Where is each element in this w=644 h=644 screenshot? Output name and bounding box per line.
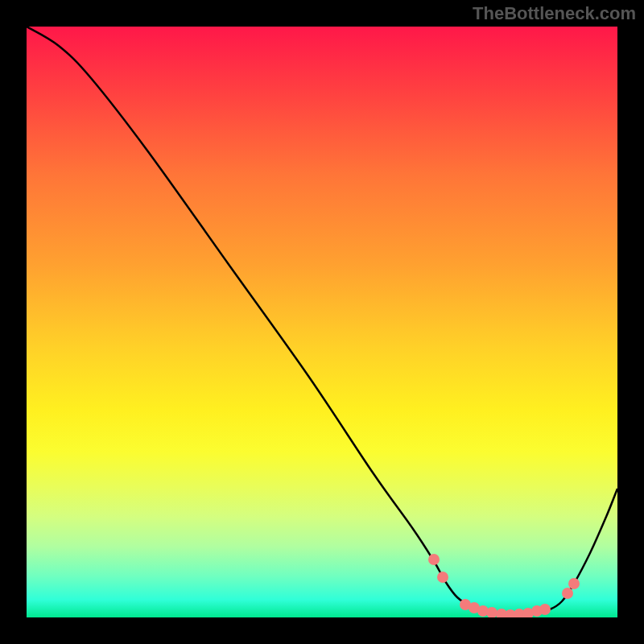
chart-background-gradient: [27, 27, 617, 617]
attribution-text: TheBottleneck.com: [473, 3, 636, 24]
chart-plot-area: [27, 27, 617, 617]
